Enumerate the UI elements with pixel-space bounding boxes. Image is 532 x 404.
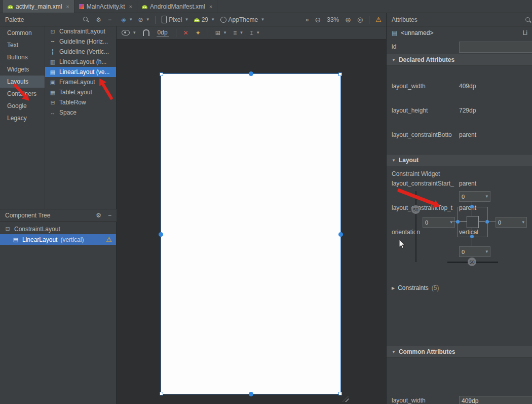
clear-constraints-button[interactable]: ✕ xyxy=(183,29,188,36)
category-legacy[interactable]: Legacy xyxy=(0,112,45,124)
align-button[interactable]: ≡ ▾ xyxy=(233,30,243,36)
top-anchor[interactable] xyxy=(470,205,474,208)
minimize-icon[interactable]: − xyxy=(108,212,111,218)
attr-value: 409dp xyxy=(459,83,476,90)
horizontal-bias-handle[interactable]: 50 xyxy=(468,258,476,266)
attributes-title: Attributes xyxy=(392,16,417,23)
selection-handle-left[interactable] xyxy=(159,232,163,237)
expand-icon: ▼ xyxy=(392,58,396,62)
layers-icon: ◈ xyxy=(121,16,126,23)
category-widgets[interactable]: Widgets xyxy=(0,63,45,76)
search-icon[interactable] xyxy=(525,17,531,23)
search-icon[interactable] xyxy=(83,16,89,23)
palette-item-guideline-horizontal[interactable]: ╍ Guideline (Horiz... xyxy=(45,36,116,47)
tab-label: MainActivity.kt xyxy=(87,3,125,10)
declared-row[interactable]: layout_height 729dp xyxy=(387,104,532,117)
declared-row[interactable]: layout_constraintBotto parent xyxy=(387,129,532,141)
view-options-button[interactable]: ▾ xyxy=(122,30,136,35)
category-buttons[interactable]: Buttons xyxy=(0,51,45,63)
theme-selector[interactable]: AppTheme ▾ xyxy=(220,16,264,23)
default-margin-selector[interactable]: 0dp xyxy=(157,29,169,36)
tab-androidmanifest-xml[interactable]: AndroidManifest.xml × xyxy=(137,0,217,13)
warning-icon[interactable]: ⚠ xyxy=(106,236,112,243)
palette-item-linearlayout-vertical[interactable]: ▤ LinearLayout (ve... xyxy=(45,67,116,77)
id-input[interactable] xyxy=(459,42,532,53)
category-google[interactable]: Google xyxy=(0,100,45,112)
tree-item-constraintlayout[interactable]: ⊡ ConstraintLayout xyxy=(0,224,116,234)
section-title: Layout xyxy=(399,157,419,164)
attr-value: 409dp xyxy=(462,397,478,404)
section-layout[interactable]: ▼ Layout xyxy=(387,154,532,166)
selection-handle-top[interactable] xyxy=(249,71,253,76)
attr-name: id xyxy=(392,43,458,50)
palette-item-label: LinearLayout (ve... xyxy=(59,68,109,76)
warning-icon[interactable]: ⚠ xyxy=(375,16,382,23)
selection-corner-bottom-left[interactable] xyxy=(160,392,163,395)
margin-right-dropdown[interactable]: 0 ▾ xyxy=(496,217,527,228)
margin-top-dropdown[interactable]: 0 ▾ xyxy=(459,191,490,202)
tab-mainactivity-kt[interactable]: MainActivity.kt × xyxy=(74,0,137,13)
night-mode-button[interactable]: ⊘ ▾ xyxy=(138,17,149,23)
design-canvas[interactable] xyxy=(117,40,386,404)
linearlayout-vertical-icon: ▤ xyxy=(49,69,56,76)
section-declared-attributes[interactable]: ▼ Declared Attributes xyxy=(387,54,532,66)
device-selector[interactable]: Pixel ▾ xyxy=(162,16,188,23)
palette-item-guideline-vertical[interactable]: ╏ Guideline (Vertic... xyxy=(45,47,116,57)
margin-left-dropdown[interactable]: 0 ▾ xyxy=(423,217,455,228)
selection-corner-bottom-right[interactable] xyxy=(338,392,342,395)
selection-handle-bottom[interactable] xyxy=(249,392,253,396)
attr-value: parent xyxy=(459,131,476,138)
autoconnect-magnet-icon[interactable] xyxy=(143,29,149,36)
palette-item-constraintlayout[interactable]: ⊡ ConstraintLayout xyxy=(45,26,116,36)
left-anchor[interactable] xyxy=(456,220,460,224)
design-surface-button[interactable]: ◈ ▾ xyxy=(121,16,132,23)
section-common-attributes[interactable]: ▼ Common Attributes xyxy=(387,346,532,358)
infer-constraints-button[interactable]: ✦ xyxy=(196,29,201,36)
chevron-down-icon: ▾ xyxy=(224,30,226,35)
api-level-label: 29 xyxy=(202,16,208,23)
selection-corner-top-right[interactable] xyxy=(338,72,342,76)
attr-value: 729dp xyxy=(459,107,476,114)
chevron-down-icon: ▾ xyxy=(450,220,452,225)
palette-item-linearlayout-horizontal[interactable]: ▥ LinearLayout (h... xyxy=(45,57,116,67)
zoom-out-button[interactable]: ⊖ xyxy=(315,16,321,23)
margin-bottom-dropdown[interactable]: 0 ▾ xyxy=(459,246,490,257)
palette-item-label: Space xyxy=(59,109,77,116)
category-common[interactable]: Common xyxy=(0,27,45,39)
right-anchor[interactable] xyxy=(485,220,489,224)
vertical-bias-slider[interactable] xyxy=(415,191,416,262)
layout-width-input[interactable]: 409dp xyxy=(459,396,532,404)
section-constraints[interactable]: ▶ Constraints (5) xyxy=(387,282,532,294)
chevron-down-icon: ▾ xyxy=(212,17,214,22)
resize-grip[interactable] xyxy=(343,396,349,402)
android-file-icon xyxy=(142,5,147,9)
minimize-icon[interactable]: − xyxy=(108,17,111,23)
mouse-cursor xyxy=(399,239,406,249)
gear-icon[interactable]: ⚙ xyxy=(96,212,101,218)
pack-button[interactable]: ⊞ ▾ xyxy=(215,30,226,36)
selection-handle-right[interactable] xyxy=(338,232,343,237)
category-text[interactable]: Text xyxy=(0,39,45,51)
zoom-to-fit-button[interactable]: ◎ xyxy=(357,16,363,23)
divider xyxy=(208,29,208,37)
gear-icon[interactable]: ⚙ xyxy=(96,17,101,23)
vertical-bias-handle[interactable]: 50 xyxy=(411,205,420,214)
tree-item-linearlayout[interactable]: ▤ LinearLayout(vertical) ⚠ xyxy=(0,234,116,245)
zoom-in-button[interactable]: ⊕ xyxy=(345,16,351,23)
palette-item-tablerow[interactable]: ⊟ TableRow xyxy=(45,97,116,107)
close-icon[interactable]: × xyxy=(129,4,132,10)
distribute-button[interactable]: ⌶ ▾ xyxy=(250,30,259,36)
close-icon[interactable]: × xyxy=(209,4,212,10)
selection-corner-top-left[interactable] xyxy=(160,72,163,76)
device-artboard[interactable] xyxy=(161,74,340,394)
palette-item-space[interactable]: ↔ Space xyxy=(45,107,116,118)
margin-top-value: 0 xyxy=(462,194,465,200)
declared-row[interactable]: layout_width 409dp xyxy=(387,80,532,92)
bottom-anchor[interactable] xyxy=(470,235,474,238)
toolbar-overflow-button[interactable]: » xyxy=(306,17,309,23)
tab-label: AndroidManifest.xml xyxy=(150,3,205,10)
tab-activity-main-xml[interactable]: activity_main.xml × xyxy=(3,0,74,13)
api-level-selector[interactable]: 29 ▾ xyxy=(194,16,214,23)
category-layouts[interactable]: Layouts xyxy=(0,76,45,88)
close-icon[interactable]: × xyxy=(66,4,69,10)
